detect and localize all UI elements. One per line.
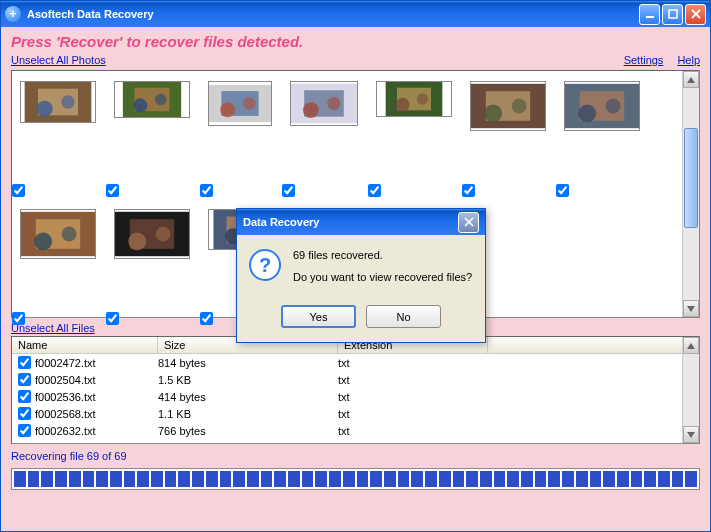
progress-segment (466, 471, 478, 487)
file-name: f0002568.txt (35, 408, 96, 420)
progress-segment (315, 471, 327, 487)
photo-checkbox[interactable] (106, 184, 119, 197)
dialog-close-button[interactable] (458, 212, 479, 233)
no-button[interactable]: No (366, 305, 441, 328)
progress-segment (192, 471, 204, 487)
progress-segment (343, 471, 355, 487)
table-row[interactable]: f0002536.txt 414 bytes txt (12, 388, 699, 405)
file-checkbox[interactable] (18, 356, 31, 369)
progress-segment (206, 471, 218, 487)
minimize-button[interactable] (639, 4, 660, 25)
photo-checkbox[interactable] (12, 312, 25, 325)
photo-thumbnail[interactable] (114, 81, 190, 189)
photo-checkbox[interactable] (282, 184, 295, 197)
progress-segment (233, 471, 245, 487)
file-size: 414 bytes (158, 391, 338, 403)
file-checkbox[interactable] (18, 407, 31, 420)
photo-thumbnail[interactable] (114, 209, 190, 317)
scroll-thumb[interactable] (684, 128, 698, 228)
progress-segment (165, 471, 177, 487)
titlebar: + Asoftech Data Recovery (1, 1, 710, 27)
settings-link[interactable]: Settings (624, 54, 664, 66)
scroll-up-icon[interactable] (683, 71, 699, 88)
svg-point-17 (327, 97, 340, 110)
svg-point-24 (484, 105, 502, 123)
svg-point-33 (62, 227, 77, 242)
photo-checkbox[interactable] (368, 184, 381, 197)
file-scrollbar[interactable] (682, 337, 699, 443)
progress-segment (329, 471, 341, 487)
file-checkbox[interactable] (18, 390, 31, 403)
photo-thumbnail[interactable] (20, 209, 96, 317)
svg-point-21 (417, 93, 428, 104)
progress-segment (617, 471, 629, 487)
svg-point-16 (303, 102, 319, 118)
progress-segment (83, 471, 95, 487)
question-icon: ? (249, 249, 281, 281)
scroll-down-icon[interactable] (683, 426, 699, 443)
status-text: Recovering file 69 of 69 (11, 450, 700, 462)
progress-segment (672, 471, 684, 487)
svg-point-25 (512, 99, 527, 114)
svg-point-13 (243, 97, 255, 109)
table-row[interactable]: f0002568.txt 1.1 KB txt (12, 405, 699, 422)
file-name: f0002504.txt (35, 374, 96, 386)
maximize-button[interactable] (662, 4, 683, 25)
table-row[interactable]: f0002472.txt 814 bytes txt (12, 354, 699, 371)
column-spacer (488, 337, 699, 353)
progress-segment (28, 471, 40, 487)
window-title: Asoftech Data Recovery (27, 8, 639, 20)
dialog-message-2: Do you want to view recovered files? (293, 271, 472, 283)
progress-segment (562, 471, 574, 487)
photo-checkbox[interactable] (200, 184, 213, 197)
photo-checkbox[interactable] (106, 312, 119, 325)
progress-segment (302, 471, 314, 487)
file-checkbox[interactable] (18, 424, 31, 437)
scroll-up-icon[interactable] (683, 337, 699, 354)
svg-point-37 (156, 227, 171, 242)
progress-segment (685, 471, 697, 487)
photo-thumbnail[interactable] (564, 81, 640, 189)
progress-segment (425, 471, 437, 487)
photo-thumbnail[interactable] (290, 81, 358, 189)
file-size: 1.1 KB (158, 408, 338, 420)
progress-segment (494, 471, 506, 487)
progress-segment (288, 471, 300, 487)
photo-checkbox[interactable] (462, 184, 475, 197)
progress-segment (178, 471, 190, 487)
file-extension: txt (338, 408, 488, 420)
progress-segment (137, 471, 149, 487)
progress-segment (590, 471, 602, 487)
photo-checkbox[interactable] (12, 184, 25, 197)
help-link[interactable]: Help (677, 54, 700, 66)
progress-segment (110, 471, 122, 487)
svg-point-9 (155, 94, 167, 106)
photo-thumbnail[interactable] (20, 81, 96, 189)
photo-scrollbar[interactable] (682, 71, 699, 317)
yes-button[interactable]: Yes (281, 305, 356, 328)
scroll-down-icon[interactable] (683, 300, 699, 317)
photo-checkbox[interactable] (556, 184, 569, 197)
svg-point-8 (133, 98, 147, 112)
table-row[interactable]: f0002504.txt 1.5 KB txt (12, 371, 699, 388)
photo-thumbnail[interactable] (376, 81, 452, 189)
photo-thumbnail[interactable] (470, 81, 546, 189)
progress-segment (631, 471, 643, 487)
progress-segment (439, 471, 451, 487)
progress-segment (384, 471, 396, 487)
unselect-all-photos-link[interactable]: Unselect All Photos (11, 54, 106, 66)
svg-point-4 (37, 101, 53, 117)
photo-thumbnail[interactable] (208, 81, 272, 189)
progress-segment (124, 471, 136, 487)
photo-checkbox[interactable] (200, 312, 213, 325)
close-button[interactable] (685, 4, 706, 25)
svg-point-12 (220, 102, 235, 117)
progress-segment (576, 471, 588, 487)
table-row[interactable]: f0002632.txt 766 bytes txt (12, 422, 699, 439)
dialog-title: Data Recovery (243, 216, 458, 228)
progress-segment (370, 471, 382, 487)
progress-segment (603, 471, 615, 487)
file-name: f0002632.txt (35, 425, 96, 437)
file-checkbox[interactable] (18, 373, 31, 386)
column-name[interactable]: Name (12, 337, 158, 353)
